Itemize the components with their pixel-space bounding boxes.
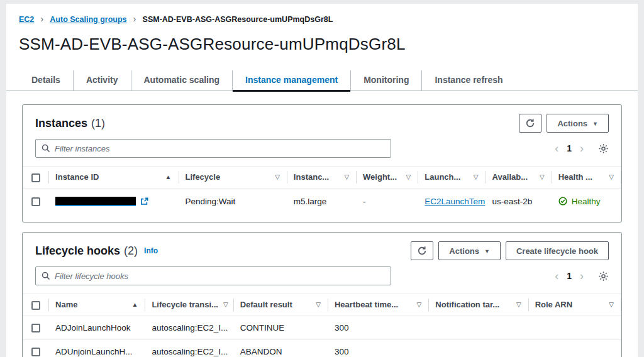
- sort-icon: ▽: [609, 301, 614, 308]
- hook-role-arn-cell: [529, 316, 621, 339]
- column-header-lifecycle-transition[interactable]: Lifecycle transi...▽: [145, 294, 233, 316]
- column-header-launch-template[interactable]: Launch...▽: [418, 167, 486, 189]
- column-header-default-result[interactable]: Default result▽: [234, 294, 328, 316]
- hooks-refresh-button[interactable]: [411, 241, 433, 260]
- hook-notification-cell: [429, 316, 528, 339]
- aws-console-page: EC2 › Auto Scaling groups › SSM-AD-EVB-A…: [6, 4, 638, 357]
- tab-automatic-scaling[interactable]: Automatic scaling: [131, 70, 233, 91]
- select-all-checkbox[interactable]: [31, 173, 40, 182]
- hook-name-cell: ADUnjoinLaunchH...: [49, 340, 145, 357]
- sort-icon: ▽: [417, 301, 422, 308]
- tab-monitoring[interactable]: Monitoring: [350, 70, 421, 91]
- caret-down-icon: ▼: [484, 248, 490, 255]
- hook-default-result-cell: CONTINUE: [234, 316, 328, 339]
- pagination-prev-icon[interactable]: ‹: [555, 143, 558, 154]
- instances-filter-input[interactable]: [55, 144, 385, 153]
- external-link-icon[interactable]: [140, 197, 148, 206]
- breadcrumb-link-auto-scaling-groups[interactable]: Auto Scaling groups: [50, 15, 126, 24]
- sort-icon: ▽: [223, 301, 228, 308]
- launch-template-link[interactable]: EC2LaunchTem: [425, 197, 485, 206]
- instances-filter-box: [35, 139, 391, 158]
- tab-bar: Details Activity Automatic scaling Insta…: [6, 70, 638, 91]
- select-all-checkbox[interactable]: [31, 301, 40, 310]
- hooks-panel-header: Lifecycle hooks (2) Info Actions: [23, 233, 621, 266]
- column-label: Notification tar...: [435, 300, 499, 309]
- breadcrumb-separator-icon: ›: [40, 13, 43, 24]
- instances-table-header-row: Instance ID▲ Lifecycle▽ Instanc...▽ Weig…: [23, 167, 621, 189]
- instance-row: Pending:Wait m5.large - EC2LaunchTem us-…: [23, 188, 621, 214]
- sort-asc-icon: ▲: [131, 301, 138, 308]
- page-title: SSM-AD-EVB-ASG-ASGResource-umUPmqDsGr8L: [19, 35, 638, 54]
- tab-content: Instances (1) Actions ▼: [6, 91, 638, 357]
- tab-instance-management[interactable]: Instance management: [232, 70, 350, 91]
- pagination-prev-icon[interactable]: ‹: [555, 270, 558, 282]
- pagination-current-page[interactable]: 1: [567, 143, 572, 153]
- pagination-current-page[interactable]: 1: [567, 271, 572, 281]
- create-lifecycle-hook-button[interactable]: Create lifecycle hook: [506, 241, 609, 260]
- hook-heartbeat-cell: 300: [328, 340, 429, 357]
- sort-icon: ▽: [275, 173, 280, 180]
- sort-icon: ▽: [406, 173, 411, 180]
- hook-heartbeat-cell: 300: [328, 316, 429, 339]
- column-header-role-arn[interactable]: Role ARN▽: [529, 294, 621, 316]
- actions-button-label: Actions: [557, 119, 587, 128]
- row-checkbox[interactable]: [31, 348, 40, 356]
- column-header-availability-zone[interactable]: Availab...▽: [486, 167, 552, 189]
- info-link[interactable]: Info: [144, 246, 158, 255]
- sort-icon: ▽: [516, 301, 521, 308]
- column-label: Instance ID: [55, 172, 99, 182]
- instances-table: Instance ID▲ Lifecycle▽ Instanc...▽ Weig…: [23, 166, 621, 214]
- column-label: Name: [55, 300, 77, 309]
- instances-filter-row: ‹ 1 ›: [23, 139, 621, 166]
- search-icon: [42, 272, 50, 280]
- lifecycle-hooks-table: Name▲ Lifecycle transi...▽ Default resul…: [23, 294, 621, 357]
- instance-type-cell: m5.large: [287, 188, 357, 214]
- hook-name-cell: ADJoinLaunchHook: [49, 316, 145, 339]
- column-header-notification-target[interactable]: Notification tar...▽: [429, 294, 528, 316]
- sort-icon: ▽: [609, 173, 614, 180]
- column-label: Lifecycle transi...: [152, 300, 218, 309]
- lifecycle-cell: Pending:Wait: [179, 188, 287, 214]
- column-label: Lifecycle: [186, 172, 221, 182]
- sort-icon: ▽: [344, 173, 349, 180]
- actions-button-label: Actions: [449, 246, 479, 256]
- hooks-actions-button[interactable]: Actions ▼: [438, 241, 501, 260]
- hooks-filter-input[interactable]: [55, 272, 385, 281]
- sort-icon: ▽: [474, 173, 479, 180]
- row-checkbox[interactable]: [31, 197, 40, 206]
- health-status-label: Healthy: [572, 197, 601, 206]
- pagination-next-icon[interactable]: ›: [580, 270, 584, 282]
- column-header-weight[interactable]: Weight...▽: [357, 167, 418, 189]
- column-header-instance-id[interactable]: Instance ID▲: [49, 167, 179, 189]
- column-label: Default result: [240, 300, 292, 309]
- column-header-health[interactable]: Health ...▽: [552, 167, 621, 189]
- hooks-panel-title: Lifecycle hooks: [35, 244, 120, 258]
- sort-asc-icon: ▲: [165, 173, 172, 180]
- tab-activity[interactable]: Activity: [73, 70, 131, 91]
- row-checkbox[interactable]: [31, 324, 40, 332]
- column-header-lifecycle[interactable]: Lifecycle▽: [179, 167, 287, 189]
- hooks-table-header-row: Name▲ Lifecycle transi...▽ Default resul…: [23, 294, 621, 316]
- column-header-instance-type[interactable]: Instanc...▽: [287, 167, 357, 189]
- instances-panel-title: Instances: [35, 117, 87, 130]
- column-header-name[interactable]: Name▲: [49, 294, 145, 316]
- gear-icon[interactable]: [598, 143, 609, 154]
- pagination-next-icon[interactable]: ›: [580, 143, 584, 154]
- redacted-instance-id[interactable]: [55, 197, 136, 206]
- instances-panel: Instances (1) Actions ▼: [22, 104, 622, 222]
- sort-icon: ▽: [540, 173, 545, 180]
- breadcrumb-link-ec2[interactable]: EC2: [19, 15, 34, 24]
- instances-panel-header: Instances (1) Actions ▼: [23, 105, 621, 139]
- instances-count: (1): [91, 117, 105, 130]
- create-button-label: Create lifecycle hook: [516, 246, 598, 256]
- hook-default-result-cell: ABANDON: [234, 340, 328, 357]
- instances-actions-button[interactable]: Actions ▼: [547, 114, 609, 133]
- column-label: Heartbeat time...: [335, 300, 398, 309]
- gear-icon[interactable]: [598, 271, 609, 282]
- refresh-button[interactable]: [519, 114, 541, 133]
- column-label: Weight...: [363, 172, 397, 182]
- tab-details[interactable]: Details: [19, 70, 73, 91]
- column-label: Health ...: [558, 172, 592, 182]
- tab-instance-refresh[interactable]: Instance refresh: [421, 70, 515, 91]
- column-header-heartbeat-timeout[interactable]: Heartbeat time...▽: [328, 294, 429, 316]
